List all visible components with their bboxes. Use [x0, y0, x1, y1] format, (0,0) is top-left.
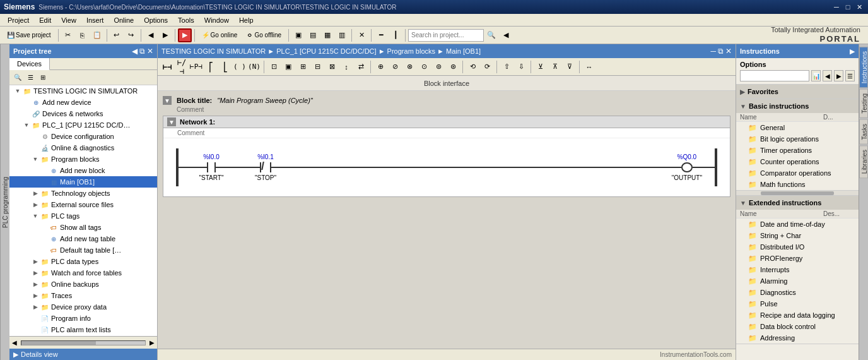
block-interface-label[interactable]: Block interface [419, 80, 474, 87]
btn-t3[interactable]: ▦ [320, 28, 334, 42]
tree-item-plc-tags[interactable]: ▼ 📁 PLC tags [9, 210, 157, 222]
project-tree-collapse-icon[interactable]: ◀ [132, 47, 138, 56]
instr-item-timer[interactable]: 📁 Timer operations [736, 145, 859, 156]
project-tree-undock-icon[interactable]: ⧉ [139, 47, 145, 56]
ladder-open-branch[interactable]: ⎡ [204, 60, 218, 74]
contact-stop[interactable]: %I0.1 "STOP" [250, 153, 281, 181]
right-tab-testing[interactable]: Testing [859, 89, 868, 118]
menu-online[interactable]: Online [108, 14, 139, 27]
ladder-tool19[interactable]: ⊼ [548, 60, 562, 74]
tree-item-root[interactable]: ▼ 📁 TESTING LOGIC IN SIMULATOR [9, 85, 157, 97]
tree-item-alarm-text[interactable]: 📄 PLC alarm text lists [9, 324, 157, 335]
tree-item-add-block[interactable]: ⊕ Add new block [9, 165, 157, 176]
ladder-tool7[interactable]: ⇄ [354, 60, 368, 74]
options-prev-btn[interactable]: ◀ [823, 70, 832, 81]
right-tab-instructions[interactable]: Instructions [859, 47, 868, 88]
ladder-tool8[interactable]: ⊕ [373, 60, 387, 74]
ladder-tool6[interactable]: ↕ [339, 60, 353, 74]
ladder-nc-button[interactable]: ⊢⊣ [160, 60, 174, 74]
ladder-tool2[interactable]: ▣ [281, 60, 295, 74]
btn-t7[interactable]: ┃ [389, 28, 402, 42]
tree-item-add-tag-table[interactable]: ⊕ Add new tag table [9, 233, 157, 244]
options-next-btn[interactable]: ▶ [834, 70, 843, 81]
tree-item-traces[interactable]: ▶ 📁 Traces [9, 290, 157, 301]
instr-item-dist-io[interactable]: 📁 Distributed I/O [736, 241, 859, 253]
btn-t1[interactable]: ▣ [291, 28, 305, 42]
instr-item-comparator[interactable]: 📁 Comparator operations [736, 167, 859, 179]
instr-item-diagnostics[interactable]: 📁 Diagnostics [736, 287, 859, 298]
instr-item-pulse[interactable]: 📁 Pulse [736, 298, 859, 309]
tree-item-program-blocks[interactable]: ▼ 📁 Program blocks [9, 153, 157, 165]
details-view-header[interactable]: ▶ Details view [9, 349, 157, 360]
instr-item-data-block[interactable]: 📁 Data block control [736, 321, 859, 332]
tree-scroll-left[interactable]: ◀ [12, 339, 17, 346]
tree-scrollbar[interactable] [21, 340, 146, 345]
btn-t4[interactable]: ▥ [335, 28, 349, 42]
btn-t5[interactable]: ✕ [355, 28, 368, 42]
instr-item-general[interactable]: 📁 General [736, 122, 859, 133]
tree-item-main-ob1[interactable]: ▦ Main [OB1] [9, 176, 157, 188]
ladder-tool14[interactable]: ⟲ [466, 60, 479, 74]
search-button[interactable]: 🔍 [484, 28, 498, 42]
block-collapse-button[interactable]: ▼ [163, 96, 172, 105]
menu-edit[interactable]: Edit [34, 14, 56, 27]
tree-item-device-config[interactable]: ⚙ Device configuration [9, 131, 157, 142]
menu-project[interactable]: Project [3, 14, 34, 27]
menu-help[interactable]: Help [234, 14, 259, 27]
tree-item-show-all-tags[interactable]: 🏷 Show all tags [9, 222, 157, 233]
instr-item-alarming[interactable]: 📁 Alarming [736, 275, 859, 287]
instr-item-interrupts[interactable]: 📁 Interrupts [736, 264, 859, 275]
ladder-tool15[interactable]: ⟳ [480, 60, 494, 74]
menu-insert[interactable]: Insert [81, 14, 109, 27]
editor-close-icon[interactable]: ✕ [725, 47, 732, 56]
ladder-neg-coil[interactable]: (N) [247, 60, 261, 74]
save-project-button[interactable]: 💾 Save project [3, 28, 56, 42]
go-online-button[interactable]: ⚡ Go online [197, 28, 242, 42]
ladder-tool3[interactable]: ⊞ [296, 60, 310, 74]
menu-tools[interactable]: Tools [173, 14, 199, 27]
ladder-tool18[interactable]: ⊻ [534, 60, 548, 74]
ladder-tool9[interactable]: ⊘ [388, 60, 402, 74]
instr-item-datetime[interactable]: 📁 Date and time-of-day [736, 219, 859, 230]
ladder-tool21[interactable]: ↔ [582, 60, 596, 74]
instr-item-math[interactable]: 📁 Math functions [736, 179, 859, 190]
minimize-button[interactable]: ─ [831, 2, 842, 12]
contact-start[interactable]: %I0.0 "START" [197, 153, 225, 181]
tree-item-program-info[interactable]: 📄 Program info [9, 313, 157, 324]
basic-instructions-header[interactable]: ▼ Basic instructions [736, 99, 859, 113]
simulate-button[interactable]: ▶ [178, 28, 192, 42]
right-tab-libraries[interactable]: Libraries [859, 145, 868, 178]
ladder-tool20[interactable]: ⊽ [563, 60, 577, 74]
search-input[interactable] [408, 29, 484, 42]
ladder-tool11[interactable]: ⊙ [417, 60, 431, 74]
tree-item-device-proxy[interactable]: ▶ 📁 Device proxy data [9, 301, 157, 313]
tree-item-ext-source[interactable]: ▶ 📁 External source files [9, 199, 157, 210]
tree-item-watch-force[interactable]: ▶ 📁 Watch and force tables [9, 267, 157, 279]
menu-options[interactable]: Options [139, 14, 173, 27]
tree-expand-button[interactable]: ⊞ [37, 72, 49, 83]
search-prev-button[interactable]: ◀ [499, 28, 513, 42]
plc-programming-tab[interactable]: PLC programming [0, 44, 9, 360]
copy-button[interactable]: ⎘ [76, 28, 90, 42]
instr-item-profi[interactable]: 📁 PROFIenergy [736, 253, 859, 264]
right-tab-tasks[interactable]: Tasks [859, 119, 868, 145]
ladder-tool17[interactable]: ⇩ [514, 60, 528, 74]
instr-item-addressing[interactable]: 📁 Addressing [736, 332, 859, 344]
tree-show-list-button[interactable]: ☰ [25, 72, 36, 83]
tree-item-add-device[interactable]: ⊕ Add new device [9, 97, 157, 108]
tree-item-default-tag[interactable]: 🏷 Default tag table [… [9, 244, 157, 256]
redo-button[interactable]: ↪ [124, 28, 138, 42]
instructions-expand-icon[interactable]: ▶ [850, 47, 855, 56]
tree-item-devices-networks[interactable]: 🔗 Devices & networks [9, 108, 157, 119]
ladder-coil-button[interactable]: ( ) [233, 60, 247, 74]
maximize-button[interactable]: □ [843, 2, 853, 12]
tree-item-plc1[interactable]: ▼ 📁 PLC_1 [CPU 1215C DC/D… [9, 119, 157, 131]
ladder-tool4[interactable]: ⊟ [310, 60, 324, 74]
extended-instructions-header[interactable]: ▼ Extended instructions [736, 196, 859, 210]
menu-view[interactable]: View [56, 14, 81, 27]
ladder-tool5[interactable]: ⊠ [325, 60, 339, 74]
instr-item-counter[interactable]: 📁 Counter operations [736, 156, 859, 167]
favorites-header[interactable]: ▶ Favorites [736, 85, 859, 99]
ladder-no-button[interactable]: ⊢/⊣ [175, 60, 189, 74]
paste-button[interactable]: 📋 [90, 28, 104, 42]
